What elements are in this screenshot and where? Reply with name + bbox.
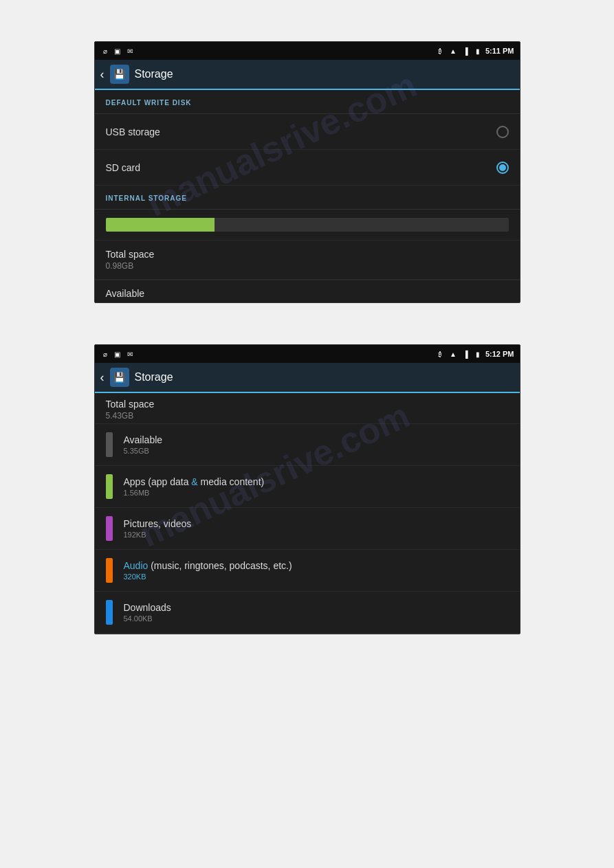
total-space-header-2: Total space 5.43GB (95, 393, 520, 424)
storage-icon-1: 💾 (110, 65, 129, 84)
chat-icon-2: ✉ (125, 349, 135, 359)
screenshot-2-wrapper: ⌀ ▣ ✉ ₿ ▲ ▐ ▮ 5:12 PM ‹ 💾 Storage (94, 344, 520, 634)
total-space-row: Total space 0.98GB (95, 241, 520, 280)
storage-icon-2: 💾 (110, 368, 129, 387)
status-right-1: ₿ ▲ ▐ ▮ 5:11 PM (436, 46, 514, 56)
total-space-label: Total space (106, 249, 509, 260)
section-internal-label: INTERNAL STORAGE (106, 194, 187, 202)
available-size: 5.35GB (124, 447, 163, 455)
available-title: Available (124, 434, 163, 445)
storage-bar-container (95, 210, 520, 241)
section-internal-storage: INTERNAL STORAGE (95, 186, 520, 210)
usb-storage-left: USB storage (106, 126, 160, 137)
section-default-write-disk: DEFAULT WRITE DISK (95, 90, 520, 114)
pictures-item[interactable]: Pictures, videos 192KB (95, 508, 520, 550)
available-swatch (106, 432, 113, 457)
usb-icon-2: ⌀ (100, 349, 110, 359)
pictures-size: 192KB (124, 531, 192, 539)
title-bar-1: ‹ 💾 Storage (95, 60, 520, 90)
audio-swatch (106, 558, 113, 583)
title-text-1: Storage (135, 68, 173, 80)
downloads-item[interactable]: Downloads 54.00KB (95, 592, 520, 634)
screen-icon-2: ▣ (113, 349, 122, 359)
sd-card-radio[interactable] (496, 162, 509, 174)
battery-icon: ▮ (473, 46, 483, 56)
apps-detail-text: Apps (app data & media content) 1.56MB (124, 476, 265, 497)
back-button-2[interactable]: ‹ (100, 370, 105, 385)
usb-storage-radio[interactable] (496, 126, 509, 138)
bluetooth-icon-2: ₿ (436, 349, 446, 359)
usb-storage-label: USB storage (106, 126, 160, 137)
screenshot-2: ⌀ ▣ ✉ ₿ ▲ ▐ ▮ 5:12 PM ‹ 💾 Storage (94, 344, 520, 634)
audio-size: 320KB (124, 572, 292, 581)
page-container: ⌀ ▣ ✉ ₿ ▲ ▐ ▮ 5:11 PM ‹ 💾 Storage (0, 0, 614, 676)
chat-icon: ✉ (125, 46, 135, 56)
status-time-2: 5:12 PM (485, 350, 514, 358)
downloads-detail-text: Downloads 54.00KB (124, 602, 171, 623)
storage-bar (106, 218, 509, 232)
signal-icon-2: ▐ (461, 349, 470, 359)
status-time-1: 5:11 PM (485, 47, 514, 55)
audio-item[interactable]: Audio (music, ringtones, podcasts, etc.)… (95, 550, 520, 592)
storage-bar-used (106, 218, 215, 232)
apps-item[interactable]: Apps (app data & media content) 1.56MB (95, 466, 520, 508)
status-left-1: ⌀ ▣ ✉ (100, 46, 135, 56)
wifi-icon: ▲ (448, 46, 458, 56)
usb-storage-item[interactable]: USB storage (95, 114, 520, 150)
title-text-2: Storage (135, 371, 173, 383)
signal-icon: ▐ (461, 46, 470, 56)
sd-card-item[interactable]: SD card (95, 150, 520, 186)
downloads-swatch (106, 600, 113, 625)
battery-icon-2: ▮ (473, 349, 483, 359)
pictures-title: Pictures, videos (124, 518, 192, 529)
status-bar-2: ⌀ ▣ ✉ ₿ ▲ ▐ ▮ 5:12 PM (95, 345, 520, 363)
total-space-header-label: Total space (106, 399, 509, 410)
sd-card-label: SD card (106, 162, 141, 173)
available-item[interactable]: Available 5.35GB (95, 424, 520, 466)
status-left-2: ⌀ ▣ ✉ (100, 349, 135, 359)
screenshot-1-wrapper: ⌀ ▣ ✉ ₿ ▲ ▐ ▮ 5:11 PM ‹ 💾 Storage (94, 41, 520, 303)
available-detail-text: Available 5.35GB (124, 434, 163, 455)
bluetooth-icon: ₿ (436, 46, 446, 56)
available-truncated-row: Available (95, 280, 520, 302)
downloads-size: 54.00KB (124, 614, 171, 623)
title-bar-2: ‹ 💾 Storage (95, 363, 520, 393)
available-truncated-label: Available (106, 288, 145, 299)
back-button-1[interactable]: ‹ (100, 67, 105, 82)
status-right-2: ₿ ▲ ▐ ▮ 5:12 PM (436, 349, 514, 359)
screen-icon: ▣ (113, 46, 122, 56)
usb-icon: ⌀ (100, 46, 110, 56)
pictures-detail-text: Pictures, videos 192KB (124, 518, 192, 539)
section-default-write-label: DEFAULT WRITE DISK (106, 99, 192, 107)
total-space-value: 0.98GB (106, 261, 509, 271)
downloads-title: Downloads (124, 602, 171, 613)
status-bar-1: ⌀ ▣ ✉ ₿ ▲ ▐ ▮ 5:11 PM (95, 42, 520, 60)
sd-card-left: SD card (106, 162, 141, 173)
total-space-header-value: 5.43GB (106, 411, 509, 421)
audio-detail-text: Audio (music, ringtones, podcasts, etc.)… (124, 560, 292, 581)
apps-title: Apps (app data & media content) (124, 476, 265, 487)
pictures-swatch (106, 516, 113, 541)
apps-size: 1.56MB (124, 489, 265, 497)
apps-swatch (106, 474, 113, 499)
audio-title: Audio (music, ringtones, podcasts, etc.) (124, 560, 292, 571)
wifi-icon-2: ▲ (448, 349, 458, 359)
screenshot-1: ⌀ ▣ ✉ ₿ ▲ ▐ ▮ 5:11 PM ‹ 💾 Storage (94, 41, 520, 303)
